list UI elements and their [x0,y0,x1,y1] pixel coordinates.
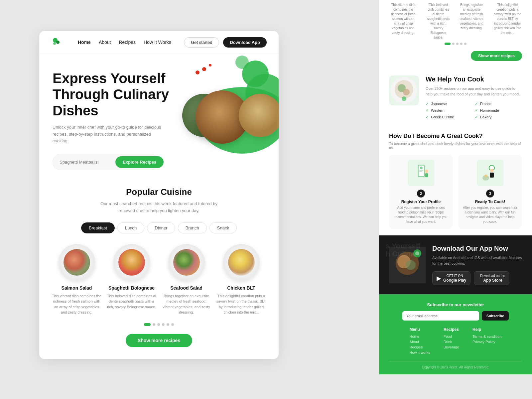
footer-help-terms[interactable]: Terms & condition [472,334,501,338]
dot-1 [144,323,151,326]
prev-recipe-1: This beloved dish combines al dente spag… [427,3,450,40]
step-number-3: 3 [486,190,494,198]
hero-food-container [176,54,279,154]
popular-cuisine-section: Popular Cuisine Our most searched recipe… [39,170,279,359]
tab-brunch[interactable]: Brunch [178,222,207,233]
tab-lunch[interactable]: Lunch [117,222,144,233]
svg-point-1 [56,41,60,44]
recipe-card-2: Seafood Salad Brings together an exquisi… [161,244,212,315]
download-title: Download Our App Now [432,245,522,252]
prev-dot-4 [460,43,463,45]
hero-title: Express Yourself Through Culinary Dishes [53,70,179,119]
hero-bowls [176,61,279,154]
help-cook-image [389,75,419,105]
footer-help-privacy[interactable]: Privacy Policy [472,340,501,344]
tag-label-homemade: Homemade [480,108,499,112]
nav-home[interactable]: Home [78,40,91,45]
plate-illustration [389,75,419,105]
cherry-1 [196,70,200,74]
app-store-button[interactable]: Download on the App Store [474,271,509,285]
tag-label-japanese: Japanese [431,102,447,106]
dot-2 [153,323,155,326]
svg-point-2 [53,42,56,45]
svg-rect-17 [490,173,494,178]
cook-illustration [478,161,502,185]
footer-menu-how-it-works[interactable]: How it works [410,350,430,354]
dot-6 [171,323,174,326]
app-store-text: Download on the App Store [480,274,505,283]
show-more-prev-button[interactable]: Show more recipes [471,51,522,61]
search-input[interactable] [60,160,115,165]
footer-menu-recipes[interactable]: Recipes [410,345,430,349]
carousel-dots [51,323,267,326]
footer-col-recipes: Recipes Food Drink Beverage [444,327,459,356]
tag-homemade: ✓ Homemade [475,108,522,113]
subscribe-button[interactable]: Subscribe [482,311,509,321]
download-app-section: s Yourself h Culinary Download Our App N… [379,235,532,294]
download-app-button[interactable]: Download App [223,37,267,48]
nav-links: Home About Recipes How It Works [78,40,173,45]
salmon-food-visual [64,249,90,276]
tag-bakery: ✓ Bakery [475,115,522,119]
cherry-2 [202,67,206,71]
nav-how-it-works[interactable]: How It Works [144,40,171,45]
tag-france: ✓ France [475,101,522,106]
cuisine-tags: ✓ Japanese ✓ France ✓ Western ✓ Homemade… [426,101,522,119]
popular-cuisine-subtitle: Our most searched recipes this week feat… [92,200,225,214]
nav-about[interactable]: About [99,40,111,45]
step-title-3: Ready To Cook! [463,200,517,204]
dot-3 [157,323,160,326]
bowl-side-2 [239,94,279,137]
svg-point-16 [490,169,493,172]
explore-recipes-button[interactable]: Explore Recipes [115,156,164,168]
download-bg-text: s Yourself h Culinary [386,242,422,258]
show-more-wrap: Show more recipes [51,334,267,359]
help-cook-section: We Help You Cook Over 250+ recipes on ou… [379,66,532,126]
footer-recipes-beverage[interactable]: Beverage [444,345,459,349]
nav-recipes[interactable]: Recipes [119,40,136,45]
footer-recipes-food[interactable]: Food [444,334,459,338]
svg-point-7 [402,96,406,101]
get-started-button[interactable]: Get started [184,37,219,48]
prev-recipe-2: Brings together an exquisite medley of f… [460,3,484,40]
svg-rect-11 [419,170,423,171]
prev-dot-5 [464,43,466,45]
recipe-img-pasta [113,244,150,281]
recipe-name-3: Chicken BLT [216,285,267,291]
footer-col-help: Help Terms & condition Privacy Policy [472,327,501,356]
recipe-card-3: Chicken BLT This delightful creation put… [216,244,267,315]
great-cook-section: How Do I Become A Great Cook? To become … [379,126,532,235]
svg-point-19 [484,175,487,177]
tab-snack[interactable]: Snack [209,222,237,233]
check-icon-western: ✓ [426,108,429,113]
tag-label-western: Western [431,108,445,112]
tab-breakfast[interactable]: Breakfast [81,222,115,233]
prev-dot-2 [452,43,455,45]
footer-menu-about[interactable]: About [410,340,430,344]
prev-dot-3 [456,43,459,45]
dot-4 [162,323,165,326]
newsletter-input[interactable] [402,311,479,321]
recipe-card-0: Salmon Salad This vibrant dish combines … [51,244,102,315]
help-cook-desc: Over 250+ recipes on our app and easy-to… [426,86,522,97]
right-panel: This vibrant dish combines the richness … [379,0,532,374]
prev-recipe-text-3: This delightful creation puts a savory t… [493,3,522,35]
prev-recipes: This vibrant dish combines the richness … [379,0,532,66]
steps-row: 2 Register Your Profile Add your name an… [389,155,522,229]
prev-recipe-0: This vibrant dish combines the richness … [389,3,417,40]
help-cook-content: We Help You Cook Over 250+ recipes on ou… [426,75,522,119]
check-icon-france: ✓ [475,101,478,106]
tag-japanese: ✓ Japanese [426,101,473,106]
prev-recipe-text-1: This beloved dish combines al dente spag… [427,3,450,40]
step-card-2: 2 Register Your Profile Add your name an… [389,155,453,229]
google-play-button[interactable]: ▶ GET IT ON Google Play [432,271,470,285]
tab-dinner[interactable]: Dinner [147,222,175,233]
newsletter-title: Subscribe to our newsletter [389,302,522,307]
seafood-food-visual [173,249,200,276]
footer-menu-home[interactable]: Home [410,334,430,338]
footer-menu-title: Menu [410,327,430,332]
footer-recipes-drink[interactable]: Drink [444,340,459,344]
step-desc-2: Add your name and preferences food to pe… [394,205,448,224]
show-more-button[interactable]: Show more recipes [126,334,192,347]
show-more-prev-wrap: Show more recipes [389,48,522,61]
